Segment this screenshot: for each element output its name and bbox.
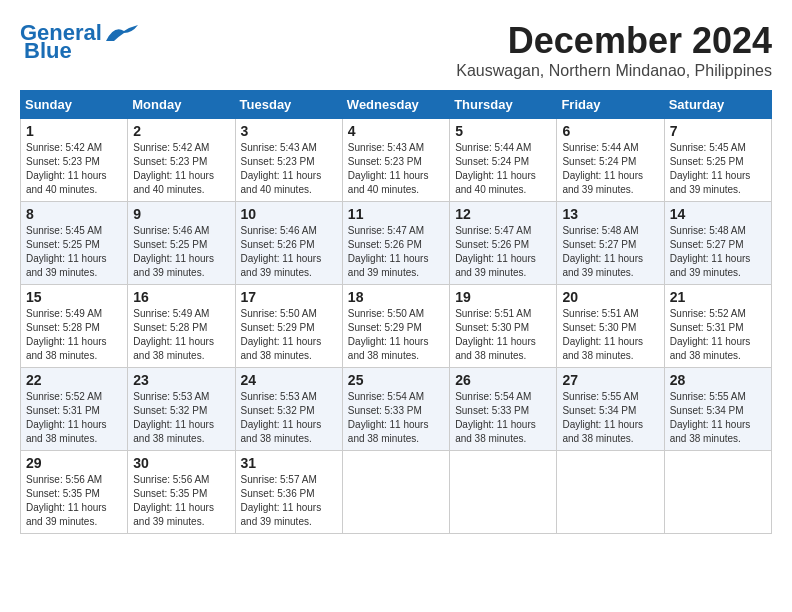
day-number: 27: [562, 372, 658, 388]
day-info: Sunrise: 5:53 AMSunset: 5:32 PMDaylight:…: [133, 391, 214, 444]
day-info: Sunrise: 5:45 AMSunset: 5:25 PMDaylight:…: [26, 225, 107, 278]
day-number: 20: [562, 289, 658, 305]
calendar-row: 22 Sunrise: 5:52 AMSunset: 5:31 PMDaylig…: [21, 368, 772, 451]
day-number: 4: [348, 123, 444, 139]
calendar-cell: 28 Sunrise: 5:55 AMSunset: 5:34 PMDaylig…: [664, 368, 771, 451]
day-info: Sunrise: 5:54 AMSunset: 5:33 PMDaylight:…: [348, 391, 429, 444]
day-number: 14: [670, 206, 766, 222]
calendar-cell: [342, 451, 449, 534]
day-info: Sunrise: 5:45 AMSunset: 5:25 PMDaylight:…: [670, 142, 751, 195]
calendar-cell: 11 Sunrise: 5:47 AMSunset: 5:26 PMDaylig…: [342, 202, 449, 285]
day-number: 15: [26, 289, 122, 305]
calendar-cell: 9 Sunrise: 5:46 AMSunset: 5:25 PMDayligh…: [128, 202, 235, 285]
calendar-cell: 30 Sunrise: 5:56 AMSunset: 5:35 PMDaylig…: [128, 451, 235, 534]
logo: General Blue: [20, 20, 140, 64]
title-area: December 2024 Kauswagan, Northern Mindan…: [456, 20, 772, 80]
calendar-cell: [664, 451, 771, 534]
calendar-cell: 21 Sunrise: 5:52 AMSunset: 5:31 PMDaylig…: [664, 285, 771, 368]
col-sunday: Sunday: [21, 91, 128, 119]
day-info: Sunrise: 5:42 AMSunset: 5:23 PMDaylight:…: [26, 142, 107, 195]
calendar-cell: 20 Sunrise: 5:51 AMSunset: 5:30 PMDaylig…: [557, 285, 664, 368]
day-number: 22: [26, 372, 122, 388]
calendar-row: 8 Sunrise: 5:45 AMSunset: 5:25 PMDayligh…: [21, 202, 772, 285]
calendar-cell: 31 Sunrise: 5:57 AMSunset: 5:36 PMDaylig…: [235, 451, 342, 534]
day-number: 1: [26, 123, 122, 139]
calendar-cell: 24 Sunrise: 5:53 AMSunset: 5:32 PMDaylig…: [235, 368, 342, 451]
day-info: Sunrise: 5:44 AMSunset: 5:24 PMDaylight:…: [455, 142, 536, 195]
day-info: Sunrise: 5:43 AMSunset: 5:23 PMDaylight:…: [348, 142, 429, 195]
calendar-body: 1 Sunrise: 5:42 AMSunset: 5:23 PMDayligh…: [21, 119, 772, 534]
day-number: 18: [348, 289, 444, 305]
day-info: Sunrise: 5:43 AMSunset: 5:23 PMDaylight:…: [241, 142, 322, 195]
calendar-cell: 16 Sunrise: 5:49 AMSunset: 5:28 PMDaylig…: [128, 285, 235, 368]
day-number: 21: [670, 289, 766, 305]
calendar-cell: 6 Sunrise: 5:44 AMSunset: 5:24 PMDayligh…: [557, 119, 664, 202]
day-info: Sunrise: 5:55 AMSunset: 5:34 PMDaylight:…: [670, 391, 751, 444]
col-thursday: Thursday: [450, 91, 557, 119]
day-number: 23: [133, 372, 229, 388]
day-number: 31: [241, 455, 337, 471]
day-number: 2: [133, 123, 229, 139]
day-number: 9: [133, 206, 229, 222]
calendar-cell: 13 Sunrise: 5:48 AMSunset: 5:27 PMDaylig…: [557, 202, 664, 285]
calendar-row: 1 Sunrise: 5:42 AMSunset: 5:23 PMDayligh…: [21, 119, 772, 202]
calendar-cell: 27 Sunrise: 5:55 AMSunset: 5:34 PMDaylig…: [557, 368, 664, 451]
day-info: Sunrise: 5:55 AMSunset: 5:34 PMDaylight:…: [562, 391, 643, 444]
location-title: Kauswagan, Northern Mindanao, Philippine…: [456, 62, 772, 80]
day-number: 8: [26, 206, 122, 222]
day-info: Sunrise: 5:52 AMSunset: 5:31 PMDaylight:…: [26, 391, 107, 444]
calendar-cell: 15 Sunrise: 5:49 AMSunset: 5:28 PMDaylig…: [21, 285, 128, 368]
calendar-row: 29 Sunrise: 5:56 AMSunset: 5:35 PMDaylig…: [21, 451, 772, 534]
day-number: 28: [670, 372, 766, 388]
calendar-table: Sunday Monday Tuesday Wednesday Thursday…: [20, 90, 772, 534]
calendar-cell: 8 Sunrise: 5:45 AMSunset: 5:25 PMDayligh…: [21, 202, 128, 285]
calendar-cell: 14 Sunrise: 5:48 AMSunset: 5:27 PMDaylig…: [664, 202, 771, 285]
day-number: 17: [241, 289, 337, 305]
day-info: Sunrise: 5:56 AMSunset: 5:35 PMDaylight:…: [26, 474, 107, 527]
col-tuesday: Tuesday: [235, 91, 342, 119]
calendar-cell: 29 Sunrise: 5:56 AMSunset: 5:35 PMDaylig…: [21, 451, 128, 534]
day-number: 6: [562, 123, 658, 139]
day-info: Sunrise: 5:57 AMSunset: 5:36 PMDaylight:…: [241, 474, 322, 527]
calendar-cell: 5 Sunrise: 5:44 AMSunset: 5:24 PMDayligh…: [450, 119, 557, 202]
day-number: 10: [241, 206, 337, 222]
calendar-cell: 3 Sunrise: 5:43 AMSunset: 5:23 PMDayligh…: [235, 119, 342, 202]
logo-blue-text: Blue: [24, 38, 72, 64]
calendar-cell: 4 Sunrise: 5:43 AMSunset: 5:23 PMDayligh…: [342, 119, 449, 202]
calendar-cell: 2 Sunrise: 5:42 AMSunset: 5:23 PMDayligh…: [128, 119, 235, 202]
day-info: Sunrise: 5:48 AMSunset: 5:27 PMDaylight:…: [562, 225, 643, 278]
day-number: 12: [455, 206, 551, 222]
col-friday: Friday: [557, 91, 664, 119]
calendar-row: 15 Sunrise: 5:49 AMSunset: 5:28 PMDaylig…: [21, 285, 772, 368]
day-info: Sunrise: 5:52 AMSunset: 5:31 PMDaylight:…: [670, 308, 751, 361]
day-info: Sunrise: 5:46 AMSunset: 5:25 PMDaylight:…: [133, 225, 214, 278]
day-number: 13: [562, 206, 658, 222]
calendar-cell: 12 Sunrise: 5:47 AMSunset: 5:26 PMDaylig…: [450, 202, 557, 285]
day-info: Sunrise: 5:49 AMSunset: 5:28 PMDaylight:…: [26, 308, 107, 361]
day-number: 24: [241, 372, 337, 388]
day-number: 29: [26, 455, 122, 471]
day-number: 30: [133, 455, 229, 471]
calendar-cell: 18 Sunrise: 5:50 AMSunset: 5:29 PMDaylig…: [342, 285, 449, 368]
calendar-cell: 26 Sunrise: 5:54 AMSunset: 5:33 PMDaylig…: [450, 368, 557, 451]
calendar-cell: 17 Sunrise: 5:50 AMSunset: 5:29 PMDaylig…: [235, 285, 342, 368]
day-info: Sunrise: 5:48 AMSunset: 5:27 PMDaylight:…: [670, 225, 751, 278]
calendar-cell: 10 Sunrise: 5:46 AMSunset: 5:26 PMDaylig…: [235, 202, 342, 285]
day-number: 16: [133, 289, 229, 305]
day-info: Sunrise: 5:42 AMSunset: 5:23 PMDaylight:…: [133, 142, 214, 195]
day-info: Sunrise: 5:53 AMSunset: 5:32 PMDaylight:…: [241, 391, 322, 444]
calendar-cell: [450, 451, 557, 534]
day-number: 25: [348, 372, 444, 388]
page-header: General Blue December 2024 Kauswagan, No…: [20, 20, 772, 80]
day-info: Sunrise: 5:50 AMSunset: 5:29 PMDaylight:…: [241, 308, 322, 361]
day-info: Sunrise: 5:47 AMSunset: 5:26 PMDaylight:…: [348, 225, 429, 278]
col-wednesday: Wednesday: [342, 91, 449, 119]
day-info: Sunrise: 5:54 AMSunset: 5:33 PMDaylight:…: [455, 391, 536, 444]
calendar-cell: 23 Sunrise: 5:53 AMSunset: 5:32 PMDaylig…: [128, 368, 235, 451]
day-info: Sunrise: 5:56 AMSunset: 5:35 PMDaylight:…: [133, 474, 214, 527]
calendar-cell: 1 Sunrise: 5:42 AMSunset: 5:23 PMDayligh…: [21, 119, 128, 202]
day-info: Sunrise: 5:51 AMSunset: 5:30 PMDaylight:…: [455, 308, 536, 361]
day-info: Sunrise: 5:49 AMSunset: 5:28 PMDaylight:…: [133, 308, 214, 361]
day-info: Sunrise: 5:44 AMSunset: 5:24 PMDaylight:…: [562, 142, 643, 195]
day-number: 19: [455, 289, 551, 305]
